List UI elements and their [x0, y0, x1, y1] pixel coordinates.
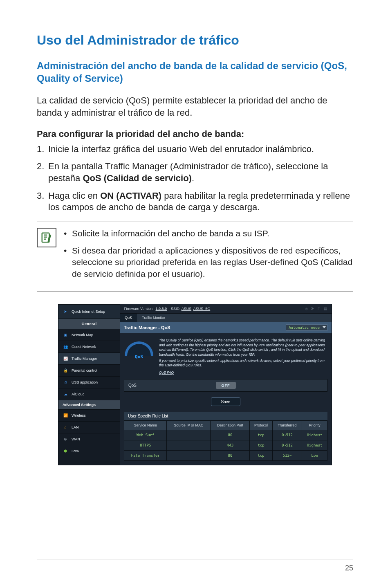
- cell-port: 80: [211, 430, 250, 440]
- qos-toggle-label: QoS: [128, 383, 216, 388]
- sidebar-item-ipv6[interactable]: ⬢ IPv6: [58, 445, 120, 457]
- wan-icon: ⊕: [63, 436, 68, 442]
- lan-icon: ⌂: [63, 424, 68, 430]
- save-row: Save: [120, 392, 332, 412]
- cell-trans: 0~512: [272, 430, 302, 440]
- toggle-state: OFF: [222, 384, 230, 388]
- col-service: Service Name: [124, 421, 167, 430]
- gauge-label: QoS: [125, 354, 153, 359]
- ssid-1[interactable]: ASUS: [182, 307, 192, 311]
- note-icon: [37, 228, 56, 247]
- qos-toggle[interactable]: OFF: [216, 382, 236, 389]
- firmware-info: Firmware Version.: 1.0.3.0 SSID: ASUS AS…: [124, 307, 210, 311]
- note-block: • Solicite la información del ancho de b…: [37, 222, 353, 292]
- bullet: •: [64, 245, 72, 280]
- main-panel: Firmware Version.: 1.0.3.0 SSID: ASUS AS…: [120, 304, 332, 465]
- qos-intro: QoS The Quality of Service (QoS) ensures…: [120, 333, 332, 379]
- tab-qos[interactable]: QoS: [120, 314, 137, 322]
- sidebar-item-usb[interactable]: ⎙ USB application: [58, 376, 120, 388]
- sidebar-item-label: Quick Internet Setup: [72, 310, 105, 314]
- note-item: • Si desea dar prioridad a aplicaciones …: [64, 245, 353, 280]
- qos-toggle-row: QoS OFF: [124, 379, 327, 392]
- cell-service: HTTPS: [124, 440, 167, 451]
- sidebar-item-label: IPv6: [72, 449, 79, 453]
- sidebar-item-label: Traffic Manager: [72, 357, 97, 361]
- tab-traffic-monitor[interactable]: Traffic Monitor: [137, 314, 170, 322]
- cell-source: [167, 440, 211, 451]
- section-subtitle: Administración del ancho de banda de la …: [37, 59, 353, 85]
- col-protocol: Protocol: [250, 421, 272, 430]
- col-priority: Priority: [302, 421, 327, 430]
- cell-proto: tcp: [250, 440, 272, 451]
- note-text: Solicite la información del ancho de ban…: [72, 228, 353, 239]
- step-number: 3.: [37, 190, 48, 213]
- topbar-icons: ⎋ ⟳ ⚐ ▤: [305, 307, 327, 311]
- step-prefix: Haga clic en: [48, 191, 100, 201]
- router-ui-screenshot: ➤ Quick Internet Setup General ▣ Network…: [58, 304, 332, 465]
- cell-trans: 512~: [272, 451, 302, 461]
- save-button[interactable]: Save: [211, 397, 241, 406]
- sidebar-item-wan[interactable]: ⊕ WAN: [58, 433, 120, 445]
- desc-line: If you want to prioritize specific netwo…: [159, 359, 327, 368]
- step-item: 3. Haga clic en ON (ACTIVAR) para habili…: [37, 190, 353, 213]
- step-text: Haga clic en ON (ACTIVAR) para habilitar…: [48, 190, 353, 213]
- cell-prio: Low: [302, 451, 327, 461]
- refresh-icon[interactable]: ⟳: [311, 307, 314, 311]
- wifi-icon: 📶: [63, 413, 68, 418]
- col-source: Source IP or MAC: [167, 421, 211, 430]
- cell-proto: tcp: [250, 451, 272, 461]
- sidebar: ➤ Quick Internet Setup General ▣ Network…: [58, 304, 120, 465]
- col-transferred: Transferred: [272, 421, 302, 430]
- sidebar-item-parental[interactable]: 🔒 Parental control: [58, 364, 120, 376]
- sidebar-item-label: Network Map: [72, 333, 93, 337]
- help-icon[interactable]: ▤: [324, 307, 327, 311]
- desc-line: The Quality of Service (QoS) ensures the…: [159, 338, 327, 357]
- sidebar-item-network-map[interactable]: ▣ Network Map: [58, 329, 120, 341]
- sidebar-item-traffic-manager[interactable]: 📈 Traffic Manager: [58, 352, 120, 364]
- ssid-label: SSID:: [171, 307, 181, 311]
- lock-icon: 🔒: [63, 368, 68, 373]
- sidebar-item-aicloud[interactable]: ☁ AiCloud: [58, 388, 120, 400]
- cell-port: 80: [211, 451, 250, 461]
- sidebar-item-label: Wireless: [72, 413, 86, 417]
- note-list: • Solicite la información del ancho de b…: [64, 228, 353, 285]
- language-icon[interactable]: ⚐: [317, 307, 321, 311]
- network-icon: ▣: [63, 332, 68, 338]
- rules-table: Service Name Source IP or MAC Destinatio…: [124, 420, 327, 461]
- sidebar-item-guest-network[interactable]: 👥 Guest Network: [58, 341, 120, 352]
- ssid-2[interactable]: ASUS_5G: [193, 307, 211, 311]
- qos-faq-link[interactable]: QoS FAQ: [159, 370, 174, 375]
- step-bold: ON (ACTIVAR): [100, 191, 161, 201]
- panel-header: Traffic Manager - QoS Automatic mode: [120, 322, 332, 333]
- sidebar-item-wireless[interactable]: 📶 Wireless: [58, 409, 120, 421]
- panel-title: Traffic Manager - QoS: [124, 325, 170, 330]
- sidebar-item-label: Parental control: [72, 368, 97, 373]
- col-port: Destination Port: [211, 421, 250, 430]
- cell-service: Web Surf: [124, 430, 167, 440]
- rule-list-header: User Specify Rule List: [124, 412, 327, 420]
- traffic-icon: 📈: [63, 356, 68, 361]
- step-text: Inicie la interfaz gráfica del usuario W…: [48, 144, 353, 155]
- sidebar-quick-setup[interactable]: ➤ Quick Internet Setup: [58, 304, 120, 319]
- tab-bar: QoS Traffic Monitor: [120, 314, 332, 322]
- cell-trans: 0~512: [272, 440, 302, 451]
- guest-icon: 👥: [63, 344, 68, 350]
- wizard-icon: ➤: [63, 309, 68, 314]
- cell-port: 443: [211, 440, 250, 451]
- logout-icon[interactable]: ⎋: [305, 307, 307, 311]
- note-item: • Solicite la información del ancho de b…: [64, 228, 353, 239]
- sidebar-section-general: General: [58, 319, 120, 329]
- steps-list: 1. Inicie la interfaz gráfica del usuari…: [37, 144, 353, 213]
- sidebar-item-lan[interactable]: ⌂ LAN: [58, 421, 120, 433]
- qos-description: The Quality of Service (QoS) ensures the…: [159, 338, 327, 375]
- top-bar: Firmware Version.: 1.0.3.0 SSID: ASUS AS…: [120, 304, 332, 314]
- table-row: File Transfer 80 tcp 512~ Low: [124, 451, 327, 461]
- step-item: 2. En la pantalla Traffic Manager (Admin…: [37, 161, 353, 184]
- sidebar-section-advanced: Advanced Settings: [58, 400, 120, 409]
- ipv6-icon: ⬢: [63, 448, 68, 454]
- mode-select[interactable]: Automatic mode: [286, 324, 327, 331]
- fw-version[interactable]: 1.0.3.0: [156, 307, 167, 311]
- steps-heading: Para configurar la prioridad del ancho d…: [37, 129, 353, 139]
- sidebar-item-label: USB application: [72, 380, 98, 384]
- cell-prio: Highest: [302, 440, 327, 451]
